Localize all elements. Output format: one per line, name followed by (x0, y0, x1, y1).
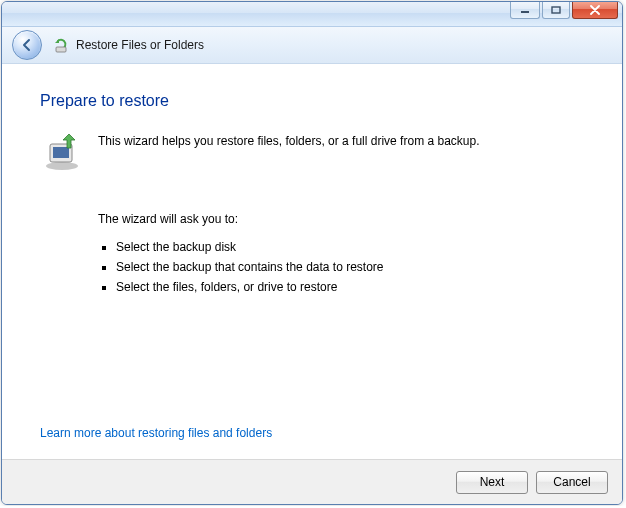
intro-row: This wizard helps you restore files, fol… (40, 128, 584, 172)
header-strip: Restore Files or Folders (2, 27, 622, 64)
list-item: Select the backup disk (116, 240, 584, 254)
body-block: The wizard will ask you to: Select the b… (98, 212, 584, 294)
window-controls (510, 1, 618, 19)
svg-rect-5 (53, 147, 69, 158)
restore-icon (52, 36, 70, 54)
svg-rect-1 (552, 7, 560, 13)
maximize-button[interactable] (542, 1, 570, 19)
ask-label: The wizard will ask you to: (98, 212, 584, 226)
next-button[interactable]: Next (456, 471, 528, 494)
svg-point-3 (46, 162, 78, 170)
content-area: Prepare to restore This wizard helps you… (2, 64, 622, 458)
close-button[interactable] (572, 1, 618, 19)
list-item: Select the backup that contains the data… (116, 260, 584, 274)
wizard-window: Restore Files or Folders Prepare to rest… (1, 1, 623, 505)
wizard-title: Restore Files or Folders (76, 38, 204, 52)
list-item: Select the files, folders, or drive to r… (116, 280, 584, 294)
back-button[interactable] (12, 30, 42, 60)
steps-list: Select the backup disk Select the backup… (98, 240, 584, 294)
page-heading: Prepare to restore (40, 92, 584, 110)
minimize-button[interactable] (510, 1, 540, 19)
svg-rect-2 (56, 47, 66, 52)
help-link[interactable]: Learn more about restoring files and fol… (40, 426, 272, 440)
footer: Next Cancel (2, 459, 622, 504)
svg-rect-0 (521, 11, 529, 13)
wizard-graphic-icon (40, 128, 84, 172)
titlebar (2, 2, 622, 27)
intro-text: This wizard helps you restore files, fol… (98, 134, 480, 148)
cancel-button[interactable]: Cancel (536, 471, 608, 494)
